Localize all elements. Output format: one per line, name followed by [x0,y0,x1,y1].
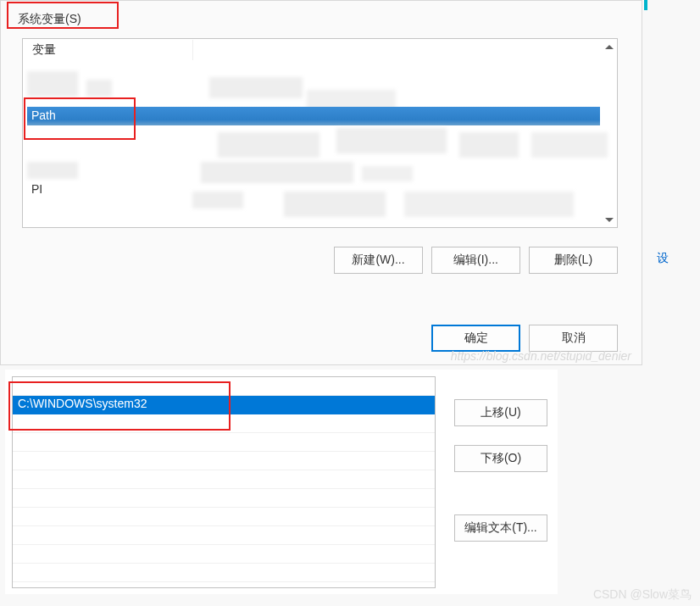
path-values-listbox[interactable]: C:\WINDOWS\system32 [12,376,436,588]
dialog-footer: 确定 取消 [431,325,618,352]
redacted-region [459,132,519,158]
sysvar-button-row: 新建(W)... 编辑(I)... 删除(L) [334,247,618,274]
groupbox-title: 系统变量(S) [18,12,81,27]
list-item[interactable] [13,508,435,526]
list-item[interactable] [13,470,435,489]
redacted-region [284,192,386,217]
variable-name-cell: Path [27,107,60,124]
list-item[interactable] [13,564,435,582]
list-item[interactable] [13,414,435,433]
system-variables-group: 系统变量(S) 变量 Path PI 新建(W)... 编辑(I)... 删除(… [0,0,642,365]
redacted-region [201,162,353,183]
side-accent-bar [644,0,647,10]
delete-button[interactable]: 删除(L) [529,247,618,274]
redacted-region [86,80,112,97]
redacted-region [218,132,319,158]
column-header-variable[interactable]: 变量 [24,40,193,60]
cancel-button[interactable]: 取消 [529,325,618,352]
path-editor-panel: C:\WINDOWS\system32 上移(U) 下移(O) 编辑文本(T).… [5,370,558,594]
variables-listbox[interactable]: 变量 Path PI [22,38,618,228]
path-value-selected[interactable]: C:\WINDOWS\system32 [13,396,435,414]
editor-button-column: 上移(U) 下移(O) 编辑文本(T)... [454,399,547,542]
redacted-region [362,166,413,181]
redacted-region [404,192,574,217]
redacted-region [27,71,78,97]
scroll-down-icon[interactable] [602,212,617,227]
redacted-region [531,132,608,158]
list-item[interactable] [13,489,435,508]
redacted-region [192,192,243,208]
watermark-author: CSDN @Slow菜鸟 [593,587,692,603]
variable-row-path[interactable]: Path [27,107,600,125]
redacted-region [27,162,78,179]
redacted-region [209,77,303,98]
ok-button[interactable]: 确定 [431,325,520,352]
redacted-region [336,128,447,153]
watermark-url: https://blog.csdn.net/stupid_denier [451,349,631,363]
new-button[interactable]: 新建(W)... [334,247,423,274]
edit-text-button[interactable]: 编辑文本(T)... [454,514,547,542]
move-down-button[interactable]: 下移(O) [454,445,547,472]
edit-button[interactable]: 编辑(I)... [431,247,520,274]
list-item[interactable] [13,377,435,396]
variable-row-partial[interactable]: PI [27,181,47,197]
list-item[interactable] [13,452,435,470]
spacer [454,491,547,496]
side-label: 设 [657,251,669,266]
list-item[interactable] [13,545,435,564]
move-up-button[interactable]: 上移(U) [454,399,547,426]
scroll-up-icon[interactable] [602,39,617,54]
list-item[interactable] [13,526,435,545]
list-item[interactable] [13,433,435,452]
